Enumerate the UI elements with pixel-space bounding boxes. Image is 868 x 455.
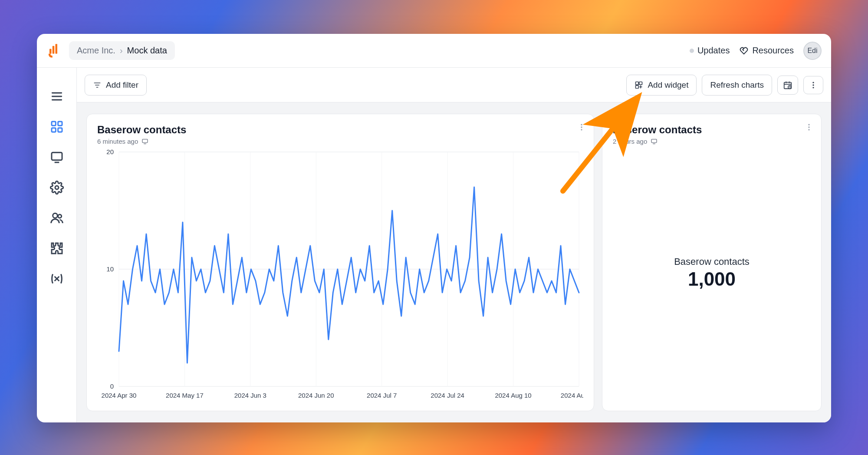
- svg-rect-36: [142, 139, 148, 142]
- svg-rect-0: [49, 49, 52, 53]
- toolbar: Add filter Add widget Refresh charts: [77, 68, 831, 102]
- svg-point-30: [812, 82, 814, 83]
- svg-rect-2: [56, 44, 58, 54]
- svg-point-32: [812, 87, 814, 88]
- refresh-charts-label: Refresh charts: [710, 80, 764, 90]
- svg-rect-20: [636, 82, 639, 85]
- sidebar-item-users[interactable]: [49, 210, 65, 226]
- filter-icon: [93, 81, 102, 89]
- content: Baserow contacts 6 minutes ago 010202024…: [77, 102, 831, 422]
- svg-rect-6: [52, 122, 56, 125]
- refresh-charts-button[interactable]: Refresh charts: [702, 75, 772, 96]
- svg-text:20: 20: [106, 149, 114, 155]
- svg-point-33: [581, 124, 582, 125]
- svg-point-34: [581, 126, 582, 128]
- add-widget-button[interactable]: Add widget: [626, 75, 697, 96]
- main: Add filter Add widget Refresh charts: [77, 68, 831, 422]
- widget-kpi-menu[interactable]: [805, 123, 813, 132]
- widget-add-icon: [635, 81, 643, 89]
- svg-point-12: [55, 186, 59, 189]
- breadcrumb[interactable]: Acme Inc. › Mock data: [69, 41, 175, 60]
- updates-link[interactable]: Updates: [690, 46, 730, 56]
- calendar-clock-icon: [783, 80, 792, 90]
- breadcrumb-org[interactable]: Acme Inc.: [77, 46, 115, 56]
- sidebar: [37, 68, 77, 422]
- dots-vertical-icon: [577, 123, 586, 132]
- line-chart: 010202024 Apr 302024 May 172024 Jun 3202…: [97, 149, 583, 401]
- monitor-icon: [651, 138, 658, 145]
- svg-text:2024 May 17: 2024 May 17: [166, 392, 204, 399]
- svg-point-35: [581, 129, 582, 130]
- sidebar-item-dashboards[interactable]: [49, 119, 65, 135]
- svg-text:2024 Jul 7: 2024 Jul 7: [367, 392, 397, 399]
- monitor-icon: [141, 138, 148, 145]
- svg-rect-22: [636, 85, 639, 88]
- sidebar-item-variables[interactable]: [49, 271, 65, 287]
- svg-text:2024 Jun 20: 2024 Jun 20: [298, 392, 334, 399]
- kpi-value: 1,000: [613, 268, 811, 290]
- widget-chart-title: Baserow contacts: [97, 124, 583, 136]
- svg-point-61: [808, 126, 809, 128]
- add-widget-label: Add widget: [648, 80, 688, 90]
- resources-label: Resources: [752, 46, 794, 56]
- svg-rect-63: [651, 139, 657, 142]
- svg-point-14: [58, 214, 61, 218]
- svg-text:2024 Aug 10: 2024 Aug 10: [495, 392, 531, 399]
- svg-text:2024 Apr 30: 2024 Apr 30: [102, 392, 137, 399]
- add-filter-label: Add filter: [106, 80, 138, 90]
- sidebar-item-screens[interactable]: [49, 149, 65, 165]
- svg-text:10: 10: [106, 265, 114, 273]
- avatar[interactable]: Edi: [803, 42, 822, 60]
- date-range-button[interactable]: [777, 76, 798, 95]
- heart-handshake-icon: [739, 46, 749, 56]
- sidebar-item-integrations[interactable]: [49, 241, 65, 256]
- svg-point-62: [808, 129, 809, 130]
- svg-rect-21: [639, 82, 642, 85]
- svg-rect-10: [52, 152, 62, 160]
- sidebar-item-settings[interactable]: [49, 180, 65, 195]
- status-dot-icon: [690, 49, 694, 53]
- menu-icon[interactable]: [49, 89, 65, 104]
- svg-rect-1: [53, 46, 55, 53]
- svg-rect-9: [58, 128, 62, 132]
- svg-point-60: [808, 124, 809, 125]
- svg-text:2024 Jun 3: 2024 Jun 3: [234, 392, 266, 399]
- widget-kpi-title: Baserow contacts: [613, 124, 811, 136]
- widget-kpi-subtitle: 2 hours ago: [613, 138, 811, 145]
- svg-text:0: 0: [110, 382, 114, 390]
- app-window: Acme Inc. › Mock data Updates Resources …: [37, 34, 831, 422]
- kpi-label: Baserow contacts: [613, 256, 811, 267]
- svg-rect-7: [58, 122, 62, 125]
- add-filter-button[interactable]: Add filter: [85, 75, 147, 96]
- svg-point-31: [812, 84, 814, 86]
- updates-label: Updates: [697, 46, 730, 56]
- widget-chart-card: Baserow contacts 6 minutes ago 010202024…: [86, 114, 594, 411]
- svg-point-13: [53, 213, 57, 218]
- topbar-right: Updates Resources Edi: [690, 42, 822, 60]
- dots-vertical-icon: [809, 81, 818, 89]
- widget-kpi-card: Baserow contacts 2 hours ago Baserow con…: [602, 114, 822, 411]
- resources-link[interactable]: Resources: [739, 46, 794, 56]
- chevron-right-icon: ›: [120, 46, 123, 56]
- svg-rect-8: [52, 128, 56, 132]
- breadcrumb-page[interactable]: Mock data: [127, 46, 167, 56]
- topbar: Acme Inc. › Mock data Updates Resources …: [37, 34, 831, 68]
- svg-text:2024 Aug 27: 2024 Aug 27: [561, 392, 583, 399]
- svg-text:2024 Jul 24: 2024 Jul 24: [431, 392, 464, 399]
- more-menu-button[interactable]: [803, 76, 823, 94]
- avatar-initials: Edi: [807, 47, 817, 55]
- app-logo[interactable]: [46, 43, 61, 59]
- dots-vertical-icon: [805, 123, 813, 132]
- chart-area: 010202024 Apr 302024 May 172024 Jun 3202…: [97, 149, 583, 401]
- widget-chart-subtitle: 6 minutes ago: [97, 138, 583, 145]
- body: Add filter Add widget Refresh charts: [37, 68, 831, 422]
- widget-chart-menu[interactable]: [577, 123, 586, 132]
